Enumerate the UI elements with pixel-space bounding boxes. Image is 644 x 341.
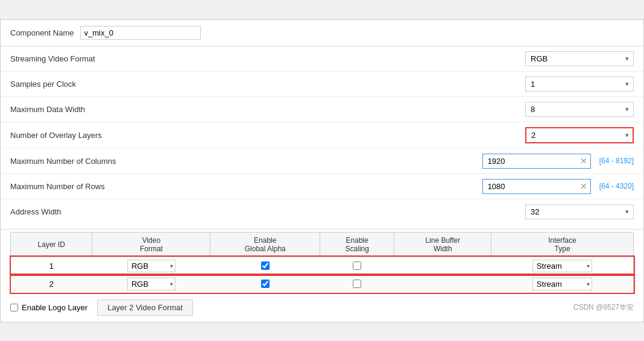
config-row-maximum-data-width: Maximum Data Width8101216▾ <box>1 97 643 122</box>
cell-interface-type: StreamAXI4-Master▾ <box>491 257 634 275</box>
component-name-label: Component Name <box>10 28 74 37</box>
label-streaming-video-format: Streaming Video Format <box>10 54 525 63</box>
range-hint-maximum-columns: [64 - 8192] <box>599 157 634 165</box>
config-row-address-width: Address Width3264▾ <box>1 199 643 224</box>
number-input-maximum-rows[interactable] <box>482 179 591 194</box>
number-wrapper-maximum-columns: ✕ <box>482 154 591 169</box>
control-streaming-video-format: RGBYUV422YUV444▾ <box>525 51 634 66</box>
dropdown-wrapper-number-of-overlay-layers: 12345678▾ <box>525 127 634 143</box>
control-address-width: 3264▾ <box>525 204 634 219</box>
label-maximum-rows: Maximum Number of Rows <box>10 182 482 191</box>
cell-layer-id: 2 <box>11 275 92 293</box>
video-format-select-2[interactable]: RGBYUV422YUV444 <box>127 278 175 290</box>
config-row-samples-per-clock: Samples per Clock124▾ <box>1 72 643 97</box>
table-row: 2RGBYUV422YUV444▾StreamAXI4-Master▾ <box>11 275 634 293</box>
dropdown-wrapper-streaming-video-format: RGBYUV422YUV444▾ <box>525 51 634 66</box>
control-maximum-data-width: 8101216▾ <box>525 102 634 117</box>
video-format-dropdown-1: RGBYUV422YUV444▾ <box>127 260 175 272</box>
scaling-checkbox-2[interactable] <box>353 280 361 288</box>
enable-logo-wrapper: Enable Logo Layer <box>10 303 87 312</box>
config-section: Streaming Video FormatRGBYUV422YUV444▾Sa… <box>1 46 643 230</box>
interface-type-dropdown-2: StreamAXI4-Master▾ <box>532 278 592 290</box>
config-row-streaming-video-format: Streaming Video FormatRGBYUV422YUV444▾ <box>1 46 643 72</box>
interface-type-select-2[interactable]: StreamAXI4-Master <box>532 278 592 290</box>
dropdown-wrapper-samples-per-clock: 124▾ <box>525 77 634 92</box>
bottom-row: Enable Logo Layer Layer 2 Video Format C… <box>1 293 643 322</box>
clear-icon-maximum-rows[interactable]: ✕ <box>580 182 587 190</box>
table-row: 1RGBYUV422YUV444▾StreamAXI4-Master▾ <box>11 257 634 275</box>
component-name-input[interactable] <box>80 26 201 40</box>
cell-enable-global-alpha <box>210 257 320 275</box>
cell-video-format: RGBYUV422YUV444▾ <box>92 275 210 293</box>
config-row-number-of-overlay-layers: Number of Overlay Layers12345678▾ <box>1 122 643 149</box>
th-video-format: VideoFormat <box>92 232 210 257</box>
th-line-buffer-width: Line BufferWidth <box>394 232 491 257</box>
th-enable-global-alpha: EnableGlobal Alpha <box>210 232 320 257</box>
select-maximum-data-width[interactable]: 8101216 <box>525 102 634 117</box>
select-streaming-video-format[interactable]: RGBYUV422YUV444 <box>525 51 634 66</box>
enable-logo-checkbox[interactable] <box>10 304 18 311</box>
label-maximum-columns: Maximum Number of Columns <box>10 157 482 166</box>
control-maximum-columns: ✕[64 - 8192] <box>482 154 634 169</box>
control-number-of-overlay-layers: 12345678▾ <box>525 127 634 143</box>
main-container: Component Name Streaming Video FormatRGB… <box>0 19 644 322</box>
dropdown-wrapper-maximum-data-width: 8101216▾ <box>525 102 634 117</box>
control-samples-per-clock: 124▾ <box>525 77 634 92</box>
label-address-width: Address Width <box>10 207 525 216</box>
label-number-of-overlay-layers: Number of Overlay Layers <box>10 131 525 140</box>
select-address-width[interactable]: 3264 <box>525 204 634 219</box>
interface-type-select-1[interactable]: StreamAXI4-Master <box>532 260 592 272</box>
video-format-select-1[interactable]: RGBYUV422YUV444 <box>127 260 175 272</box>
global-alpha-checkbox-1[interactable] <box>261 261 270 270</box>
select-samples-per-clock[interactable]: 124 <box>525 77 634 92</box>
cell-interface-type: StreamAXI4-Master▾ <box>491 275 634 293</box>
select-number-of-overlay-layers[interactable]: 12345678 <box>525 127 634 143</box>
config-row-maximum-columns: Maximum Number of Columns✕[64 - 8192] <box>1 149 643 174</box>
enable-logo-label: Enable Logo Layer <box>22 303 87 312</box>
cell-layer-id: 1 <box>11 257 92 275</box>
cell-line-buffer-width <box>394 275 491 293</box>
dropdown-wrapper-address-width: 3264▾ <box>525 204 634 219</box>
cell-enable-scaling <box>320 275 394 293</box>
video-format-dropdown-2: RGBYUV422YUV444▾ <box>127 278 175 290</box>
th-interface-type: InterfaceType <box>491 232 634 257</box>
label-samples-per-clock: Samples per Clock <box>10 80 525 89</box>
clear-icon-maximum-columns[interactable]: ✕ <box>580 157 587 165</box>
range-hint-maximum-rows: [64 - 4320] <box>599 182 634 190</box>
number-wrapper-maximum-rows: ✕ <box>482 179 591 194</box>
th-layer-id: Layer ID <box>11 232 92 257</box>
cell-line-buffer-width <box>394 257 491 275</box>
table-section: Layer IDVideoFormatEnableGlobal AlphaEna… <box>1 232 643 293</box>
label-maximum-data-width: Maximum Data Width <box>10 105 525 114</box>
cell-enable-global-alpha <box>210 275 320 293</box>
scaling-checkbox-1[interactable] <box>353 261 361 270</box>
th-enable-scaling: EnableScaling <box>320 232 394 257</box>
watermark: CSDN @9527华安 <box>573 302 634 313</box>
number-input-maximum-columns[interactable] <box>482 154 591 169</box>
layer-video-format-button[interactable]: Layer 2 Video Format <box>97 299 193 316</box>
interface-type-dropdown-1: StreamAXI4-Master▾ <box>532 260 592 272</box>
config-row-maximum-rows: Maximum Number of Rows✕[64 - 4320] <box>1 174 643 199</box>
cell-video-format: RGBYUV422YUV444▾ <box>92 257 210 275</box>
control-maximum-rows: ✕[64 - 4320] <box>482 179 634 194</box>
layer-table: Layer IDVideoFormatEnableGlobal AlphaEna… <box>10 232 634 293</box>
cell-enable-scaling <box>320 257 394 275</box>
global-alpha-checkbox-2[interactable] <box>261 280 270 288</box>
component-name-row: Component Name <box>1 20 643 46</box>
